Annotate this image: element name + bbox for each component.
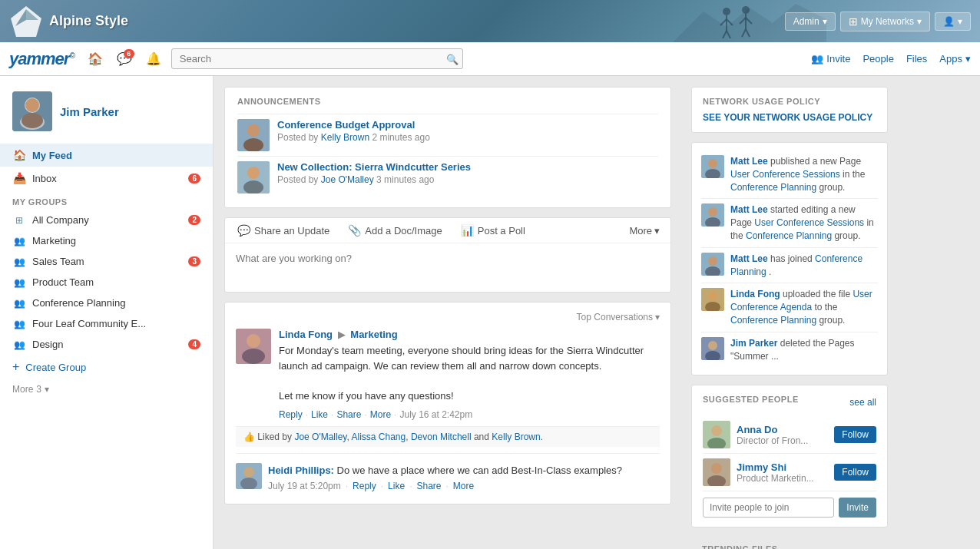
reply-section: Heidi Phillips: Do we have a place where… — [236, 453, 660, 494]
activity-group-link-1[interactable]: Conference Planning — [730, 182, 816, 193]
svg-line-10 — [746, 18, 752, 24]
sidebar-item-marketing[interactable]: 👥 Marketing — [0, 230, 213, 251]
svg-point-40 — [708, 256, 717, 266]
user-menu-button[interactable]: 👤 ▾ — [935, 12, 971, 31]
apps-link[interactable]: Apps ▾ — [939, 53, 971, 64]
suggested-people-title: SUGGESTED PEOPLE — [703, 395, 799, 404]
reply-item: Heidi Phillips: Do we have a place where… — [236, 460, 660, 494]
create-group-button[interactable]: + Create Group — [0, 355, 213, 379]
svg-point-31 — [243, 467, 254, 478]
activity-item-2: Matt Lee started editing a new Page User… — [701, 199, 878, 247]
people-link[interactable]: People — [862, 53, 893, 64]
announcement-author-1[interactable]: Kelly Brown — [321, 132, 369, 143]
activity-person-1[interactable]: Matt Lee — [730, 156, 768, 167]
reply-share-link[interactable]: Share — [416, 481, 441, 491]
reply-reply-link[interactable]: Reply — [353, 481, 376, 491]
search-icon[interactable]: 🔍 — [446, 53, 459, 64]
invite-people-input[interactable] — [703, 498, 834, 518]
activity-group-link-2[interactable]: Conference Planning — [746, 230, 832, 241]
svg-point-52 — [711, 463, 722, 474]
reply-author-name[interactable]: Heidi Phillips: — [268, 465, 334, 476]
announcements-title: ANNOUNCEMENTS — [237, 97, 658, 106]
person-name-anna[interactable]: Anna Do — [737, 424, 828, 435]
feed-item: Top Conversations ▾ Linda Fong ▶ — [224, 302, 671, 504]
sidebar-item-my-feed[interactable]: 🏠 My Feed — [0, 144, 213, 167]
sidebar-item-product-team[interactable]: 👥 Product Team — [0, 272, 213, 293]
chat-bubble-icon: 💬 — [237, 224, 250, 236]
person-info-anna: Anna Do Director of Fron... — [737, 424, 828, 446]
see-all-link[interactable]: see all — [849, 397, 876, 408]
announcement-author-2[interactable]: Joe O'Malley — [321, 174, 374, 185]
like-link[interactable]: Like — [311, 409, 328, 420]
top-conversations-button[interactable]: Top Conversations ▾ — [577, 312, 660, 322]
liked-by-name-1[interactable]: Joe O'Malley — [294, 432, 346, 442]
person-avatar-jimmy — [703, 458, 730, 486]
activity-person-5[interactable]: Jim Parker — [730, 338, 777, 349]
activity-avatar-4 — [701, 288, 724, 311]
network-policy-link[interactable]: SEE YOUR NETWORK USAGE POLICY — [703, 112, 876, 123]
reply-like-link[interactable]: Like — [388, 481, 405, 491]
svg-line-3 — [720, 19, 727, 25]
network-policy-section: NETWORK USAGE POLICY SEE YOUR NETWORK US… — [691, 87, 888, 133]
person-name-jimmy[interactable]: Jimmy Shi — [737, 461, 828, 473]
activity-person-2[interactable]: Matt Lee — [730, 204, 768, 215]
follow-jimmy-button[interactable]: Follow — [834, 464, 876, 481]
notifications-nav-button[interactable]: 🔔 — [142, 48, 165, 71]
reply-link[interactable]: Reply — [279, 409, 303, 420]
follow-anna-button[interactable]: Follow — [834, 426, 876, 443]
feed-group-name[interactable]: Marketing — [350, 329, 397, 340]
sidebar-username[interactable]: Jim Parker — [60, 105, 119, 118]
svg-line-5 — [723, 31, 727, 38]
sidebar-item-four-leaf[interactable]: 👥 Four Leaf Community E... — [0, 313, 213, 334]
announcement-content-2: New Collection: Sierra Windcutter Series… — [277, 161, 658, 185]
sidebar-more-button[interactable]: More 3 ▾ — [0, 379, 213, 399]
svg-line-4 — [727, 19, 733, 25]
messages-badge: 6 — [124, 49, 134, 58]
more-link[interactable]: More — [370, 409, 391, 420]
add-doc-button[interactable]: 📎 Add a Doc/Image — [339, 218, 451, 243]
nav-right-links: 👥 Invite People Files Apps ▾ — [811, 53, 971, 64]
liked-by-name-2[interactable]: Alissa Chang — [352, 432, 406, 442]
liked-by-name-3[interactable]: Devon Mitchell — [411, 432, 472, 442]
sidebar-item-all-company[interactable]: ⊞ All Company 2 — [0, 210, 213, 230]
sidebar-item-conference-planning[interactable]: 👥 Conference Planning — [0, 293, 213, 313]
messages-nav-button[interactable]: 💬 6 — [113, 48, 136, 71]
activity-group-link-4[interactable]: Conference Planning — [730, 315, 816, 326]
post-more-button[interactable]: More ▾ — [621, 219, 667, 243]
post-poll-button[interactable]: 📊 Post a Poll — [452, 218, 535, 243]
sidebar-item-inbox[interactable]: 📥 Inbox 6 — [0, 167, 213, 190]
my-networks-button[interactable]: ⊞ My Networks ▾ — [840, 12, 930, 31]
reply-more-link[interactable]: More — [453, 481, 474, 491]
activity-page-link-2[interactable]: User Conference Sessions — [754, 217, 864, 228]
activity-text-5: Jim Parker deleted the Pages "Summer ... — [730, 337, 878, 363]
activity-person-3[interactable]: Matt Lee — [730, 253, 768, 264]
activity-page-link-1[interactable]: User Conference Sessions — [730, 169, 840, 180]
invite-button[interactable]: Invite — [839, 498, 876, 518]
activity-person-4[interactable]: Linda Fong — [730, 289, 780, 299]
announcement-title-1[interactable]: Conference Budget Approval — [277, 119, 658, 131]
reply-content: Heidi Phillips: Do we have a place where… — [268, 463, 660, 491]
search-input[interactable] — [171, 48, 463, 69]
share-update-button[interactable]: 💬 Share an Update — [228, 218, 339, 243]
admin-button[interactable]: Admin ▾ — [785, 12, 836, 31]
sidebar-item-sales-team[interactable]: 👥 Sales Team 3 — [0, 251, 213, 272]
announcement-title-2[interactable]: New Collection: Sierra Windcutter Series — [277, 161, 658, 173]
files-link[interactable]: Files — [906, 53, 927, 64]
chevron-down-icon: ▾ — [655, 312, 660, 322]
activity-avatar-5 — [701, 337, 724, 360]
sidebar-item-design[interactable]: 👥 Design 4 — [0, 334, 213, 355]
group-icon: 👥 — [12, 236, 26, 246]
feed-poster-name[interactable]: Linda Fong — [279, 329, 333, 340]
person-title-anna: Director of Fron... — [737, 435, 828, 446]
person-item-2: Jimmy Shi Product Marketin... Follow — [703, 454, 876, 491]
svg-point-46 — [708, 341, 717, 350]
home-nav-button[interactable]: 🏠 — [84, 48, 107, 71]
post-timestamp: July 16 at 2:42pm — [399, 409, 472, 420]
announcement-meta-1: Posted by Kelly Brown 2 minutes ago — [277, 132, 658, 143]
post-textarea[interactable] — [225, 243, 670, 289]
banner-logo-text: Alpine Style — [49, 14, 128, 29]
liked-by-name-4[interactable]: Kelly Brown — [492, 432, 540, 442]
share-link[interactable]: Share — [336, 409, 361, 420]
invite-link[interactable]: 👥 Invite — [811, 53, 850, 64]
banner-logo[interactable]: Alpine Style — [9, 5, 128, 38]
